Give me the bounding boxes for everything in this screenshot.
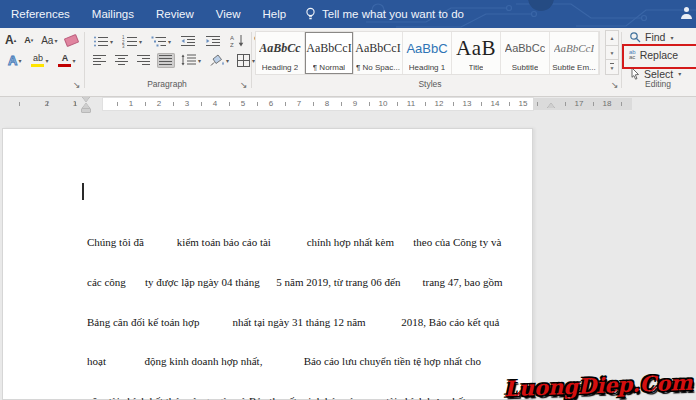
tab-references[interactable]: References bbox=[0, 0, 81, 28]
align-left-button[interactable] bbox=[91, 53, 109, 68]
align-right-icon bbox=[137, 54, 151, 67]
text-highlight-color-button[interactable]: ab ▾ bbox=[29, 53, 50, 68]
grow-font-button[interactable]: A▴ bbox=[3, 33, 18, 47]
paragraph-group-label: Paragraph bbox=[91, 79, 243, 89]
styles-group-label: Styles bbox=[255, 79, 605, 89]
borders-button[interactable]: ▾ bbox=[235, 53, 257, 68]
grow-font-icon: A bbox=[5, 34, 14, 46]
style-label: Heading 2 bbox=[262, 63, 298, 72]
numbered-list-button[interactable]: 123 ▾ bbox=[120, 34, 144, 49]
ruler-number: 10 bbox=[379, 99, 388, 109]
ruler-number: 17 bbox=[575, 99, 584, 109]
paragraph-dialog-launcher[interactable]: ↘ bbox=[240, 81, 248, 90]
style-heading-1[interactable]: AaBbC Heading 1 bbox=[403, 32, 452, 74]
replace-label: Replace bbox=[640, 49, 679, 61]
ruler-number: 4 bbox=[213, 99, 217, 109]
sort-button[interactable]: AZ bbox=[228, 33, 247, 49]
tell-me-box[interactable]: Tell me what you want to do bbox=[297, 7, 472, 21]
align-right-button[interactable] bbox=[135, 53, 153, 68]
align-center-button[interactable] bbox=[113, 53, 131, 68]
replace-icon: ab ac bbox=[629, 50, 636, 61]
change-case-button[interactable]: Aa▾ bbox=[39, 34, 59, 47]
select-label: Select bbox=[644, 68, 673, 80]
style-subtle-emphasis[interactable]: AaBbCcI Subtle Em... bbox=[550, 32, 599, 74]
font-dialog-launcher[interactable]: ↘ bbox=[73, 81, 81, 90]
numbered-list-icon: 123 bbox=[122, 35, 138, 48]
styles-more-button[interactable]: ▼ bbox=[605, 59, 619, 75]
style-label: Title bbox=[469, 63, 484, 72]
style-title[interactable]: AaB Title bbox=[452, 32, 501, 74]
style-normal[interactable]: AaBbCcI ¶ Normal bbox=[305, 32, 354, 74]
style-label: ¶ Normal bbox=[313, 63, 345, 72]
paragraph-line: các công ty được lập ngày 04 tháng 5 năm… bbox=[87, 276, 507, 289]
ruler-number: 11 bbox=[407, 99, 415, 109]
shrink-font-button[interactable]: A▾ bbox=[22, 35, 35, 46]
hanging-indent-marker[interactable] bbox=[82, 103, 90, 108]
tab-review[interactable]: Review bbox=[145, 0, 205, 28]
style-label: Heading 1 bbox=[409, 63, 445, 72]
shading-button[interactable]: ▾ bbox=[207, 53, 231, 68]
ruler-ticks bbox=[19, 102, 103, 106]
style-no-spacing[interactable]: AaBbCcI ¶ No Spac... bbox=[354, 32, 403, 74]
ruler-number: 2 bbox=[157, 99, 161, 109]
paragraph-line: Bảng cân đối kế toán hợp nhất tại ngày 3… bbox=[87, 316, 507, 329]
ruler-number: 12 bbox=[435, 99, 444, 109]
left-indent-marker[interactable] bbox=[82, 109, 90, 112]
ruler-number: 3 bbox=[185, 99, 189, 109]
ruler-number: 8 bbox=[325, 99, 329, 109]
ruler-number: 7 bbox=[297, 99, 301, 109]
sign-in-person-icon[interactable] bbox=[679, 7, 694, 21]
paragraph-line: hoạt động kinh doanh hợp nhất, Báo cáo l… bbox=[87, 355, 507, 368]
tab-view[interactable]: View bbox=[205, 0, 252, 28]
change-case-icon: Aa bbox=[41, 35, 53, 46]
style-subtitle[interactable]: AaBbCc Subtitle bbox=[501, 32, 550, 74]
styles-scroll-down-button[interactable]: ▼ bbox=[605, 45, 619, 61]
align-center-icon bbox=[115, 54, 129, 67]
paragraph-line: năm tài chính kết thúc cùng ngày và Bản … bbox=[87, 395, 507, 400]
style-preview: AaB bbox=[456, 33, 496, 63]
ruler-number: 6 bbox=[269, 99, 273, 109]
clear-formatting-icon bbox=[64, 33, 79, 46]
clear-formatting-button[interactable] bbox=[63, 35, 80, 46]
multilevel-list-button[interactable]: ▾ bbox=[149, 34, 173, 49]
style-preview: AaBbCcI bbox=[306, 33, 351, 63]
tab-mailings[interactable]: Mailings bbox=[81, 0, 145, 28]
paragraph-line: Chúng tôi đã kiểm toán báo cáo tài chính… bbox=[87, 236, 507, 249]
right-indent-marker[interactable] bbox=[547, 103, 555, 108]
editing-group-label: Editing bbox=[625, 79, 691, 89]
bullet-list-button[interactable]: ▾ bbox=[91, 34, 115, 49]
styles-scroll-up-button[interactable]: ▲ bbox=[605, 30, 619, 46]
decrease-indent-icon bbox=[180, 35, 196, 48]
tab-help[interactable]: Help bbox=[251, 0, 297, 28]
font-color-button[interactable]: A ▾ bbox=[56, 53, 77, 68]
line-spacing-icon bbox=[181, 53, 197, 67]
ruler-number: 1 bbox=[73, 99, 77, 109]
bullet-list-icon bbox=[93, 35, 109, 48]
increase-indent-button[interactable] bbox=[203, 34, 223, 49]
styles-gallery-scrollbar: ▲ ▼ ▼ bbox=[605, 31, 619, 75]
align-left-icon bbox=[93, 54, 107, 67]
replace-button[interactable]: ab ac Replace bbox=[629, 49, 678, 61]
styles-gallery: AaBbCc Heading 2 AaBbCcI ¶ Normal AaBbCc… bbox=[255, 31, 600, 75]
justify-button[interactable] bbox=[157, 53, 175, 68]
decrease-indent-button[interactable] bbox=[178, 34, 198, 49]
document-page[interactable]: Chúng tôi đã kiểm toán báo cáo tài chính… bbox=[2, 128, 533, 400]
ruler-number: 2 bbox=[45, 99, 49, 109]
style-preview: AaBbCcI bbox=[554, 33, 594, 63]
lightbulb-icon bbox=[305, 7, 316, 21]
document-text: Chúng tôi đã kiểm toán báo cáo tài chính… bbox=[87, 210, 507, 400]
style-heading-2[interactable]: AaBbCc Heading 2 bbox=[256, 32, 305, 74]
ruler-number: 9 bbox=[353, 99, 357, 109]
font-color-icon: A bbox=[58, 54, 71, 67]
ruler-number: 14 bbox=[491, 99, 500, 109]
title-bar: References Mailings Review View Help Tel… bbox=[0, 0, 696, 28]
find-button[interactable]: Find ▾ bbox=[629, 31, 673, 43]
text-effects-button[interactable]: A▾ bbox=[6, 53, 23, 68]
first-line-indent-marker[interactable] bbox=[82, 97, 90, 102]
ribbon: A▴ A▾ Aa▾ A▾ ab ▾ A ▾ ↘ bbox=[0, 28, 696, 97]
line-spacing-button[interactable]: ▾ bbox=[179, 52, 203, 68]
multilevel-list-icon bbox=[151, 35, 167, 48]
highlight-icon: ab bbox=[31, 54, 44, 67]
styles-dialog-launcher[interactable]: ↘ bbox=[611, 81, 619, 90]
paint-bucket-icon bbox=[209, 54, 225, 67]
